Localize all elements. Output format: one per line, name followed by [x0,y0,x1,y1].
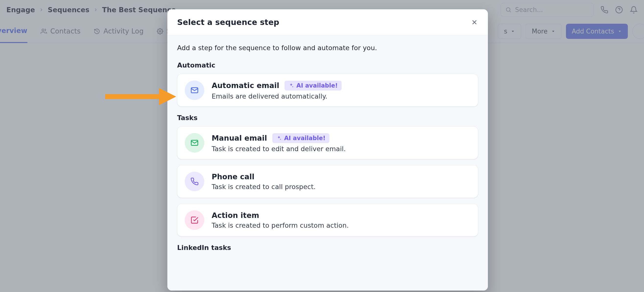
ai-available-badge: AI available! [272,133,329,143]
step-option-desc: Emails are delivered automatically. [212,92,342,100]
modal-title: Select a sequence step [177,17,279,27]
close-icon[interactable] [471,18,478,26]
section-label-automatic: Automatic [177,61,478,69]
mail-icon [185,133,204,153]
step-option-title: Action item [212,211,259,220]
section-label-tasks: Tasks [177,114,478,122]
step-option-title: Manual email [212,134,267,142]
step-option-content: Manual email AI available! Task is creat… [212,133,346,153]
svg-marker-10 [159,88,176,105]
modal-body: Add a step for the sequence to follow an… [167,35,488,291]
step-option-desc: Task is created to call prospect. [212,183,316,191]
step-option-content: Automatic email AI available! Emails are… [212,81,342,100]
checkbox-icon [185,210,204,230]
ai-badge-label: AI available! [296,82,338,89]
modal-header: Select a sequence step [167,9,488,35]
phone-icon [185,172,204,191]
select-sequence-step-modal: Select a sequence step Add a step for th… [167,9,488,291]
sparkle-icon [288,83,294,88]
step-option-title: Phone call [212,172,254,181]
callout-arrow-icon [105,86,176,108]
step-option-automatic-email[interactable]: Automatic email AI available! Emails are… [177,74,478,107]
step-option-desc: Task is created to edit and deliver emai… [212,145,346,153]
section-label-linkedin: LinkedIn tasks [177,244,478,251]
step-option-content: Phone call Task is created to call prosp… [212,172,316,191]
sparkle-icon [276,135,282,141]
step-option-phone-call[interactable]: Phone call Task is created to call prosp… [177,165,478,198]
step-option-title: Automatic email [212,81,279,90]
modal-description: Add a step for the sequence to follow an… [177,44,478,52]
step-option-manual-email[interactable]: Manual email AI available! Task is creat… [177,126,478,159]
mail-icon [185,80,204,100]
ai-available-badge: AI available! [284,81,342,90]
step-option-action-item[interactable]: Action item Task is created to perform c… [177,204,478,237]
step-option-content: Action item Task is created to perform c… [212,211,349,229]
step-option-desc: Task is created to perform custom action… [212,222,349,229]
ai-badge-label: AI available! [284,135,326,142]
